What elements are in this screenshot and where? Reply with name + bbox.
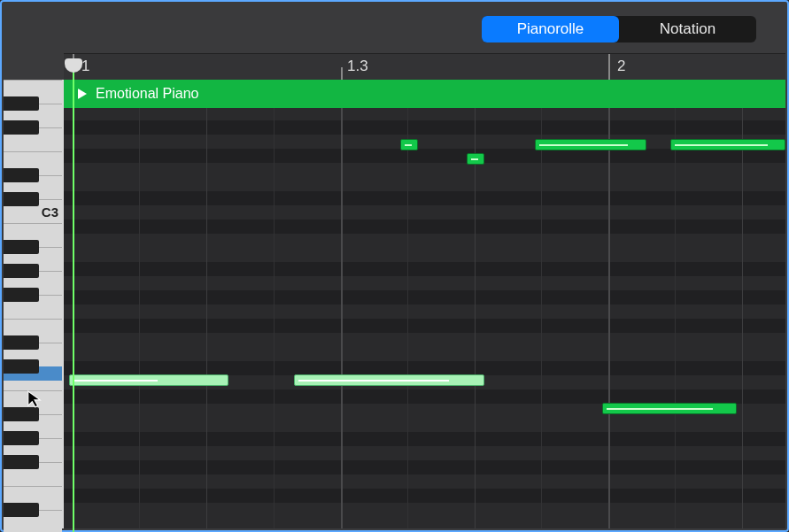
timeline-ruler[interactable]: 1 1.3 2 [64,53,785,80]
black-key[interactable] [4,455,39,469]
grid-row [64,389,785,404]
note-grid[interactable] [64,108,785,528]
piano-keyboard[interactable]: C3 C2 [4,80,64,528]
midi-note[interactable] [467,153,484,165]
grid-row [64,262,785,276]
grid-col [341,108,343,528]
grid-col [274,108,275,528]
midi-note[interactable] [535,139,646,150]
black-key[interactable] [4,168,39,182]
ruler-label: 2 [617,58,625,75]
black-key[interactable] [4,431,39,445]
cursor-icon [27,389,43,409]
grid-row [64,290,785,305]
midi-note[interactable] [400,139,418,150]
ruler-tick [608,54,610,81]
grid-col [206,108,207,528]
grid-row [64,319,785,333]
grid-row [64,220,785,234]
grid-col [742,108,743,528]
play-icon [78,89,87,99]
editor-frame: Pianorolle Notation 1 1.3 2 Emotional Pi… [0,0,789,532]
black-key[interactable] [4,359,39,374]
region-title: Emotional Piano [96,86,199,102]
ruler-label: 1.3 [347,58,368,75]
midi-note-selected[interactable] [294,374,484,386]
midi-note[interactable] [670,139,785,150]
grid-row [64,191,785,205]
grid-col [475,108,476,528]
topbar: Pianorolle Notation [4,4,785,53]
tab-pianoroll[interactable]: Pianorolle [482,16,619,42]
black-key[interactable] [4,288,39,302]
region-header[interactable]: Emotional Piano [64,80,785,108]
grid-row [64,149,785,163]
grid-row [64,361,785,375]
ruler-tick [341,67,343,81]
grid-row [64,489,785,503]
black-key[interactable] [4,407,39,421]
key-label-c3: C3 [42,204,58,220]
grid-col [675,108,676,528]
black-key[interactable] [4,192,39,206]
tab-notation[interactable]: Notation [619,16,756,42]
grid-row [64,432,785,446]
ruler-label: 1 [81,58,89,75]
black-key[interactable] [4,503,39,517]
grid-col [541,108,542,528]
black-key[interactable] [4,240,39,254]
black-key[interactable] [4,335,39,350]
midi-note-selected[interactable] [69,374,228,386]
grid-col [608,108,610,528]
grid-row [64,120,785,135]
midi-note[interactable] [602,403,737,414]
playhead[interactable] [73,66,74,532]
black-key[interactable] [4,96,39,111]
black-key[interactable] [4,120,39,135]
black-key[interactable] [4,264,39,278]
view-segmented-control: Pianorolle Notation [482,16,756,42]
grid-col [139,108,140,528]
grid-col [407,108,408,528]
grid-row [64,460,785,474]
